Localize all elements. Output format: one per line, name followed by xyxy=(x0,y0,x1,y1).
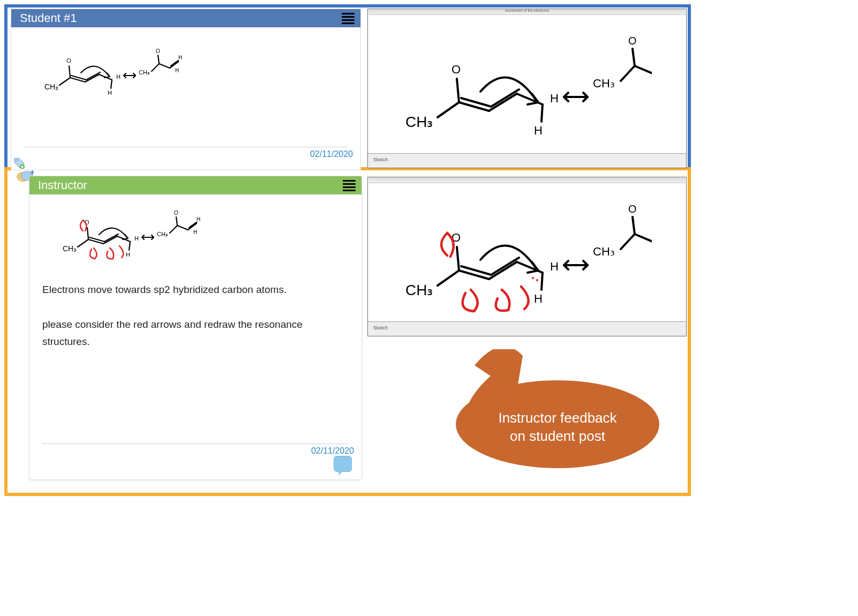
svg-text:H: H xyxy=(178,55,182,61)
svg-text:CH₃: CH₃ xyxy=(139,69,149,76)
callout-line1: Instructor feedback xyxy=(442,409,673,427)
svg-text:H: H xyxy=(534,124,543,137)
instructor-body-line1: Electrons move towards sp2 hybridized ca… xyxy=(42,281,349,298)
svg-text:O: O xyxy=(174,210,178,216)
svg-text:O: O xyxy=(451,63,461,76)
instructor-post-title: Instructor xyxy=(38,178,87,192)
svg-text:CH₃: CH₃ xyxy=(405,114,433,130)
divider xyxy=(42,444,349,444)
svg-text:CH₃: CH₃ xyxy=(593,245,615,258)
svg-text:CH₃: CH₃ xyxy=(593,77,615,90)
tag-add-icon[interactable] xyxy=(13,157,25,169)
student-sketch-preview[interactable]: movement of the electrons CH₃ O H H xyxy=(367,9,687,168)
callout: Instructor feedback on student post xyxy=(442,349,673,469)
student-sketch[interactable]: CH₃ O H H xyxy=(11,27,360,134)
svg-text:O: O xyxy=(628,203,637,215)
svg-text:H: H xyxy=(134,235,139,242)
svg-text:H: H xyxy=(126,251,130,258)
preview-toolbar xyxy=(368,177,686,183)
student-post-title: Student #1 xyxy=(20,11,77,25)
svg-text:H: H xyxy=(550,92,559,105)
instructor-body-line2: please consider the red arrows and redra… xyxy=(42,316,349,351)
svg-text:H: H xyxy=(534,292,543,305)
svg-text:CH₃: CH₃ xyxy=(63,244,77,253)
instructor-molecule-large: CH₃ O H H CH₃ O xyxy=(405,193,652,317)
svg-text:O: O xyxy=(156,48,160,54)
svg-text:H: H xyxy=(108,89,112,96)
instructor-molecule-sketch: CH₃ O H H CH₃ xyxy=(62,200,201,269)
preview-footer: Sketch xyxy=(368,321,686,336)
instructor-sketch[interactable]: CH₃ O H H CH₃ xyxy=(29,194,362,275)
svg-point-8 xyxy=(16,160,18,161)
svg-text:O: O xyxy=(628,35,637,47)
hamburger-icon[interactable] xyxy=(341,13,355,24)
comment-bubble-icon[interactable] xyxy=(334,456,352,472)
preview-footer: Sketch xyxy=(368,153,686,168)
figure-stage: Student #1 CH₃ O H H xyxy=(4,4,691,497)
svg-point-36 xyxy=(532,277,534,279)
student-molecule-large: CH₃ O H H CH₃ O xyxy=(405,25,652,148)
instructor-post-header[interactable]: Instructor xyxy=(29,176,362,194)
student-post: Student #1 CH₃ O H H xyxy=(11,9,361,170)
svg-text:H: H xyxy=(175,67,179,73)
student-molecule-sketch: CH₃ O H H xyxy=(43,43,183,108)
svg-text:H: H xyxy=(550,260,559,273)
svg-text:H: H xyxy=(197,216,200,222)
svg-text:H: H xyxy=(193,229,197,235)
instructor-post-date: 02/11/2020 xyxy=(311,446,354,456)
student-post-header[interactable]: Student #1 xyxy=(11,9,360,27)
svg-point-37 xyxy=(536,279,538,281)
svg-text:CH₃: CH₃ xyxy=(405,282,433,298)
svg-text:CH₃: CH₃ xyxy=(44,82,58,91)
divider xyxy=(24,147,348,147)
sketch-label: Sketch xyxy=(373,157,388,162)
svg-text:O: O xyxy=(66,57,71,64)
student-post-date: 02/11/2020 xyxy=(310,149,353,159)
hamburger-icon[interactable] xyxy=(342,180,356,191)
instructor-post: Instructor CH₃ O H H xyxy=(29,176,362,480)
sketch-label: Sketch xyxy=(373,325,388,330)
svg-text:CH₃: CH₃ xyxy=(157,231,168,237)
svg-text:H: H xyxy=(116,73,121,80)
instructor-sketch-preview[interactable]: CH₃ O H H CH₃ O xyxy=(367,177,687,336)
preview-tiny-label: movement of the electrons xyxy=(505,9,550,12)
callout-line2: on student post xyxy=(442,427,673,446)
